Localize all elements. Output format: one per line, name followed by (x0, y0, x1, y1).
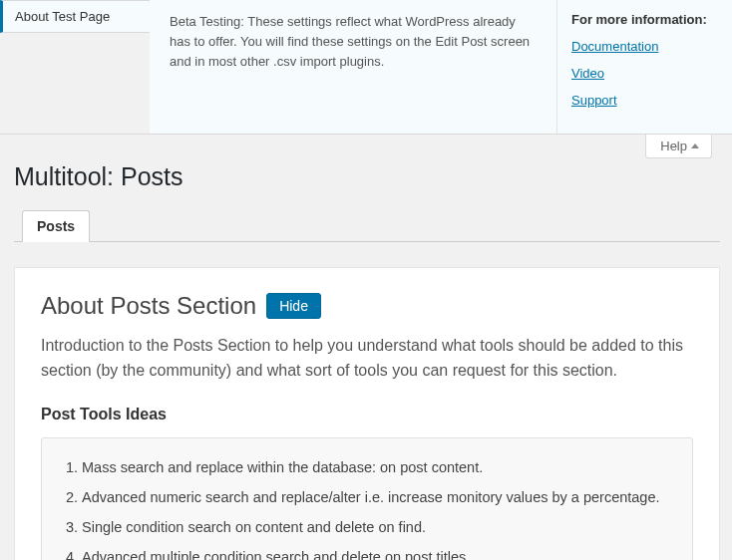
section-intro: Introduction to the Posts Section to hel… (41, 334, 693, 384)
help-panel: About Test Page Beta Testing: These sett… (0, 0, 732, 135)
list-item: Single condition search on content and d… (82, 512, 674, 542)
help-tabs-column: About Test Page (0, 0, 150, 134)
list-item: Mass search and replace within the datab… (82, 452, 674, 482)
content-card: About Posts Section Hide Introduction to… (14, 267, 720, 560)
ideas-list: Mass search and replace within the datab… (60, 452, 674, 560)
section-header: About Posts Section Hide (41, 292, 693, 320)
section-title: About Posts Section (41, 292, 256, 320)
ideas-box: Mass search and replace within the datab… (41, 437, 693, 560)
page-body: Multitool: Posts Posts About Posts Secti… (0, 135, 732, 560)
list-item: Advanced multiple condition search and d… (82, 542, 674, 560)
help-content: Beta Testing: These settings reflect wha… (150, 0, 557, 134)
link-documentation[interactable]: Documentation (571, 39, 718, 54)
list-item: Advanced numeric search and replace/alte… (82, 482, 674, 512)
ideas-heading: Post Tools Ideas (41, 406, 693, 423)
help-sidebar-heading: For more information: (571, 12, 718, 27)
help-content-text: Beta Testing: These settings reflect wha… (170, 12, 537, 72)
page-title: Multitool: Posts (14, 162, 722, 191)
help-toggle[interactable]: Help (645, 135, 712, 158)
help-tab-about-test-page[interactable]: About Test Page (0, 0, 150, 33)
hide-button[interactable]: Hide (266, 293, 321, 319)
chevron-up-icon (691, 143, 699, 148)
tab-nav: Posts (14, 209, 720, 242)
help-toggle-label: Help (660, 139, 687, 153)
tab-posts[interactable]: Posts (22, 210, 90, 242)
link-support[interactable]: Support (571, 93, 718, 108)
link-video[interactable]: Video (571, 66, 718, 81)
help-sidebar: For more information: Documentation Vide… (557, 0, 732, 134)
